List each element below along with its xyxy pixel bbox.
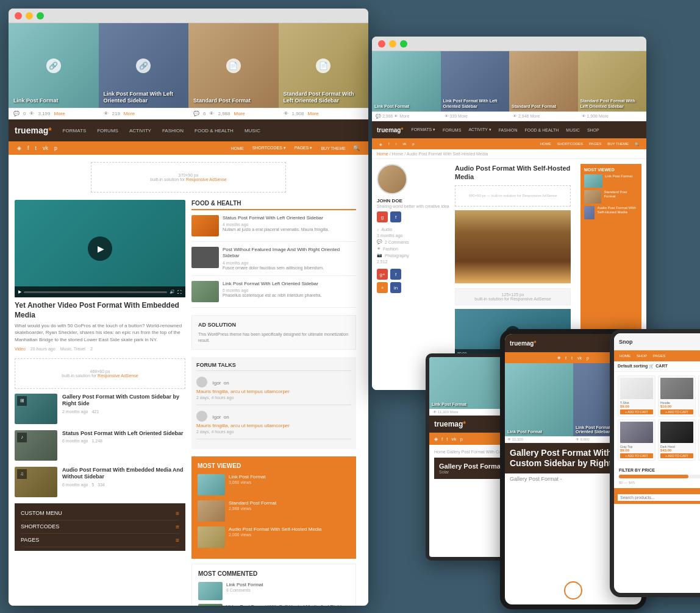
rw-bc-home[interactable]: Home — [377, 152, 388, 156]
right-minimize-btn[interactable] — [389, 40, 396, 48]
ec-add-btn-5[interactable]: + ADD TO CART — [660, 453, 693, 458]
ph-feat-1[interactable]: Link Post Format — [505, 363, 573, 436]
search-icon[interactable]: 🔍 — [351, 144, 362, 152]
mv-thumb-3[interactable] — [198, 526, 225, 548]
ph-sn-vk[interactable]: vk — [577, 356, 582, 360]
pinterest-icon[interactable]: p — [52, 144, 60, 152]
ec-product-1[interactable]: T-Shirt $9.00 + ADD TO CART — [618, 375, 655, 417]
play-button[interactable]: ▶ — [88, 236, 112, 261]
rw-sn-fb[interactable]: f — [386, 141, 392, 146]
google-plus-icon[interactable]: g — [377, 211, 388, 222]
widget-thumb-2[interactable] — [191, 247, 219, 268]
volume-ctrl[interactable]: 🔊 — [170, 289, 175, 294]
featured-item-3[interactable]: 📄 Standard Post Format — [188, 23, 279, 108]
cm-pages[interactable]: PAGES ≡ — [21, 534, 179, 547]
ph-sn-rss[interactable]: ◈ — [557, 355, 560, 360]
rw-sn-vk[interactable]: vk — [400, 141, 409, 146]
audio-thumb[interactable]: ♫ — [15, 467, 57, 497]
subnav-home[interactable]: HOME — [227, 145, 248, 152]
ec-sn-home[interactable]: HOME — [618, 353, 632, 358]
gallery-thumb[interactable]: ⊞ — [15, 394, 57, 424]
rw-nav-activity[interactable]: ACTIVITY ▾ — [465, 126, 494, 133]
rw-nav-music[interactable]: MUSIC — [563, 127, 583, 133]
more-link-2[interactable]: More — [124, 111, 135, 116]
rw-nav-food[interactable]: FOOD & HEALTH — [521, 127, 562, 133]
play-ctrl[interactable]: ▶ — [18, 289, 21, 294]
more-link-4[interactable]: More — [308, 111, 319, 116]
ec-search-input[interactable] — [618, 494, 700, 501]
nav-forums[interactable]: FORUMS — [92, 126, 123, 136]
cm-custom-menu[interactable]: CUSTOM MENU ≡ — [21, 507, 179, 520]
forum-link-1[interactable]: Mauris fringilla, arcu ut tempus ullamco… — [196, 389, 351, 394]
more-link-1[interactable]: More — [54, 111, 65, 116]
video-progress-bar[interactable] — [24, 291, 167, 293]
tab-sn-tw[interactable]: t — [446, 436, 448, 442]
nav-fashion[interactable]: FASHION — [157, 126, 188, 136]
subnav-pages[interactable]: PAGES ▾ — [291, 144, 316, 152]
rw-nav-fashion[interactable]: FASHION — [496, 127, 521, 133]
subnav-shortcodes[interactable]: SHORTCODES ▾ — [249, 144, 290, 152]
ph-logo[interactable]: truemag* — [510, 340, 536, 347]
ec-sn-shop[interactable]: SHOP — [635, 353, 649, 358]
mv-thumb-2[interactable] — [198, 500, 225, 522]
nav-formats[interactable]: FORMATS — [58, 126, 91, 136]
rw-sn-home[interactable]: HOME — [538, 141, 554, 146]
ph-sn-pin[interactable]: p — [587, 356, 589, 360]
ec-add-btn-1[interactable]: + ADD TO CART — [620, 409, 653, 414]
home-button[interactable] — [564, 581, 582, 600]
rss-icon[interactable]: ◈ — [15, 144, 24, 152]
cm-shortcodes[interactable]: SHORTCODES ≡ — [21, 520, 179, 534]
rw-sn-pin[interactable]: p — [410, 141, 416, 146]
minimize-btn[interactable] — [26, 12, 33, 19]
rw-feat-4[interactable]: Standard Post Format With Left Oriented … — [578, 51, 647, 112]
rw-sn-shortcodes[interactable]: SHORTCODES — [555, 141, 585, 146]
rw-mv-thumb-1[interactable] — [584, 174, 602, 188]
nav-activity[interactable]: ACTIVITY — [124, 126, 156, 136]
social-icon-3[interactable]: + — [377, 282, 388, 293]
nav-music[interactable]: MUSIC — [240, 126, 265, 136]
mc-thumb-1[interactable] — [198, 582, 223, 600]
rw-nav-formats[interactable]: FORMATS ▾ — [408, 126, 438, 133]
tab-logo[interactable]: truemag* — [434, 420, 466, 428]
vk-icon[interactable]: vk — [40, 144, 51, 152]
featured-item-2[interactable]: 🔗 Link Post Format With Left Oriented Si… — [99, 23, 189, 108]
google-icon-2[interactable]: g+ — [377, 269, 388, 280]
widget-thumb-3[interactable] — [191, 281, 219, 302]
ph-sn-fb[interactable]: f — [565, 356, 566, 360]
rw-mv-thumb-2[interactable] — [584, 190, 601, 204]
tab-sn-rss[interactable]: ◈ — [434, 436, 438, 442]
ec-add-btn-2[interactable]: + ADD TO CART — [660, 409, 693, 414]
ec-product-2[interactable]: Hoodie $10.00 + ADD TO CART — [658, 375, 696, 417]
tab-sn-fb[interactable]: f — [441, 436, 443, 442]
rw-mv-thumb-3[interactable] — [584, 206, 595, 219]
video-category[interactable]: Video — [15, 347, 26, 351]
ec-price-slider[interactable] — [619, 475, 700, 478]
rw-nav-shop[interactable]: SHOP — [584, 127, 602, 133]
right-close-btn[interactable] — [378, 40, 385, 48]
facebook-icon[interactable]: f — [25, 144, 32, 152]
tab-sn-pin[interactable]: p — [460, 436, 462, 442]
rw-feat-2[interactable]: Link Post Format With Left Oriented Side… — [441, 51, 510, 112]
rw-nav-forums[interactable]: FORUMS — [440, 127, 464, 133]
more-link-3[interactable]: More — [234, 111, 245, 116]
facebook-icon-2[interactable]: f — [390, 269, 401, 280]
ec-product-4[interactable]: Gray Top $9.00 + ADD TO CART — [618, 419, 655, 461]
status-thumb[interactable]: ♪ — [15, 430, 57, 461]
ph-sn-tw[interactable]: t — [571, 356, 573, 360]
ec-sn-pages[interactable]: PAGES — [651, 353, 667, 358]
ec-add-btn-4[interactable]: + ADD TO CART — [620, 453, 653, 458]
featured-item-1[interactable]: 🔗 Link Post Format — [9, 23, 99, 108]
social-icon-4[interactable]: in — [390, 282, 401, 293]
right-maximize-btn[interactable] — [400, 40, 407, 48]
subnav-buytheme[interactable]: BUY THEME — [317, 145, 349, 152]
tab-sn-vk[interactable]: vk — [451, 436, 456, 442]
rw-sn-pages[interactable]: PAGES — [587, 141, 604, 146]
rw-sn-buy[interactable]: BUY THEME — [605, 141, 631, 146]
forum-link-2[interactable]: Mauris fringilla, arcu ut tempus ullamco… — [196, 423, 351, 428]
close-btn[interactable] — [15, 12, 22, 19]
rw-sn-tw[interactable]: t — [393, 141, 399, 146]
video-thumbnail[interactable]: ▶ ▶ 🔊 ⛶ — [15, 200, 185, 297]
twitter-icon[interactable]: t — [33, 144, 40, 152]
ec-product-5[interactable]: Dark Hood $45.00 + ADD TO CART — [658, 419, 696, 461]
widget-thumb-1[interactable] — [191, 215, 219, 236]
